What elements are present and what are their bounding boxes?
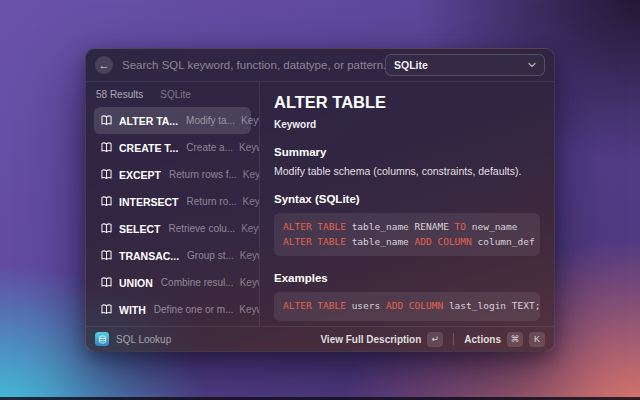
footer-actions: View Full Description ↵ Actions ⌘ K: [320, 332, 545, 347]
filter-selected-value: SQLite: [394, 59, 428, 71]
item-accessory: Keywo...: [243, 169, 260, 180]
return-key-badge[interactable]: ↵: [427, 332, 443, 347]
item-title: INTERSECT: [119, 196, 179, 208]
item-title: WITH: [119, 304, 146, 316]
book-icon: [100, 222, 113, 235]
search-bar: ← SQLite: [86, 49, 554, 82]
item-accessory: Keywo...: [240, 277, 260, 288]
item-subtitle: Return rows f...: [169, 169, 237, 180]
book-icon: [100, 303, 113, 316]
item-accessory: Keywo...: [239, 304, 260, 315]
book-icon: [100, 249, 113, 262]
item-subtitle: Define one or m...: [154, 304, 233, 315]
item-subtitle: Retrieve colu...: [168, 223, 235, 234]
book-icon: [100, 114, 113, 127]
detail-kind-badge: Keyword: [274, 119, 540, 130]
item-accessory: Keywo...: [241, 115, 260, 126]
book-icon: [100, 276, 113, 289]
list-item-create-table[interactable]: CREATE T... Create a... Keywo...: [94, 134, 251, 161]
list-item-with[interactable]: WITH Define one or m... Keywo...: [94, 296, 251, 323]
results-list: 58 Results SQLite ALTER TA... Modify ta.…: [86, 82, 260, 326]
detail-title: ALTER TABLE: [274, 93, 540, 112]
summary-heading: Summary: [274, 146, 540, 158]
list-item-transaction[interactable]: TRANSAC... Group st... Keywo...: [94, 242, 251, 269]
search-input[interactable]: [122, 59, 385, 71]
list-item-alter-table[interactable]: ALTER TA... Modify ta... Keywo...: [94, 107, 251, 134]
app-name: SQL Lookup: [116, 334, 171, 345]
list-item-except[interactable]: EXCEPT Return rows f... Keywo...: [94, 161, 251, 188]
filter-dropdown[interactable]: SQLite: [385, 54, 545, 76]
results-scope-label: SQLite: [160, 89, 191, 100]
sql-lookup-window: ← SQLite 58 Results SQLite ALTER TA... M…: [85, 48, 555, 352]
syntax-code-block: ALTER TABLE table_name RENAME TO new_nam…: [274, 213, 540, 256]
detail-panel: ALTER TABLE Keyword Summary Modify table…: [260, 82, 554, 326]
summary-body: Modify table schema (columns, constraint…: [274, 165, 540, 177]
list-item-intersect[interactable]: INTERSECT Return ro... Keywo...: [94, 188, 251, 215]
back-button[interactable]: ←: [95, 56, 113, 74]
examples-heading: Examples: [274, 272, 540, 284]
item-accessory: Keywo...: [240, 250, 260, 261]
results-header: 58 Results SQLite: [94, 89, 251, 100]
item-title: CREATE T...: [119, 142, 178, 154]
item-title: UNION: [119, 277, 153, 289]
book-icon: [100, 141, 113, 154]
window-body: 58 Results SQLite ALTER TA... Modify ta.…: [86, 82, 554, 326]
item-accessory: Keywo...: [241, 223, 260, 234]
item-subtitle: Group st...: [187, 250, 234, 261]
results-count: 58 Results: [96, 89, 143, 100]
examples-code-block: ALTER TABLE users ADD COLUMN last_login …: [274, 292, 540, 321]
syntax-heading: Syntax (SQLite): [274, 193, 540, 205]
item-subtitle: Return ro...: [187, 196, 237, 207]
item-title: TRANSAC...: [119, 250, 179, 262]
item-title: SELECT: [119, 223, 160, 235]
item-title: EXCEPT: [119, 169, 161, 181]
command-key-badge[interactable]: ⌘: [507, 332, 523, 347]
list-item-union[interactable]: UNION Combine resul... Keywo...: [94, 269, 251, 296]
item-title: ALTER TA...: [119, 115, 178, 127]
item-accessory: Keywo...: [239, 142, 260, 153]
footer-bar: SQL Lookup View Full Description ↵ Actio…: [86, 326, 554, 351]
book-icon: [100, 195, 113, 208]
list-item-select[interactable]: SELECT Retrieve colu... Keywo...: [94, 215, 251, 242]
item-subtitle: Modify ta...: [186, 115, 235, 126]
chevron-down-icon: [528, 62, 536, 68]
view-full-description-button[interactable]: View Full Description: [320, 334, 421, 345]
item-subtitle: Create a...: [186, 142, 233, 153]
item-subtitle: Combine resul...: [161, 277, 234, 288]
actions-button[interactable]: Actions: [464, 334, 501, 345]
arrow-left-icon: ←: [99, 60, 110, 71]
footer-divider: [453, 333, 454, 345]
item-accessory: Keywo...: [243, 196, 260, 207]
book-icon: [100, 168, 113, 181]
database-icon: [95, 332, 109, 346]
k-key-badge[interactable]: K: [529, 332, 545, 347]
